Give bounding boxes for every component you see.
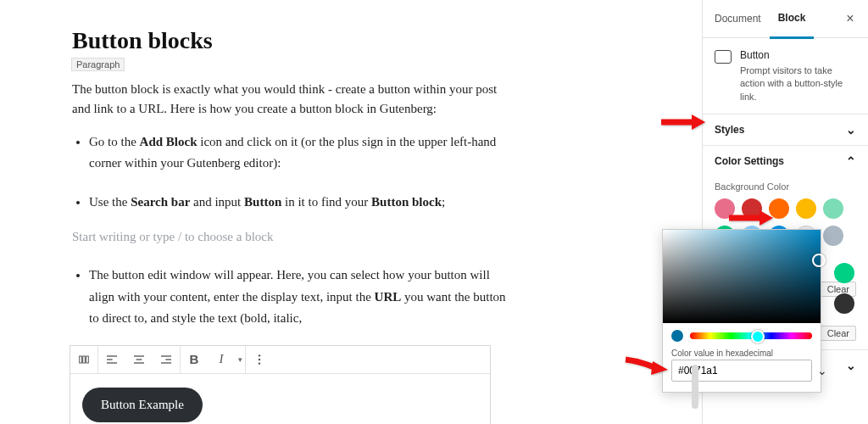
svg-point-14 [259, 362, 260, 364]
steps-list-1[interactable]: Go to the Add Block icon and click on it… [89, 131, 513, 214]
tab-block[interactable]: Block [770, 0, 815, 39]
color-swatch[interactable] [823, 198, 843, 219]
align-left-icon[interactable] [98, 346, 125, 373]
color-swatch[interactable] [834, 263, 854, 283]
color-swatch[interactable] [834, 293, 854, 314]
block-summary: Prompt visitors to take action with a bu… [740, 64, 856, 103]
block-toolbar: B I ▾ [70, 346, 490, 374]
button-block-icon [715, 50, 732, 64]
svg-point-12 [259, 354, 260, 356]
block-name: Button [740, 48, 856, 63]
color-swatch[interactable] [823, 226, 843, 246]
annotation-arrow [659, 112, 707, 132]
chevron-up-icon: ⌃ [846, 154, 856, 168]
intro-paragraph[interactable]: The button block is exactly what you wou… [72, 80, 513, 120]
list-item[interactable]: The button edit window will appear. Here… [89, 265, 513, 330]
saturation-field[interactable] [663, 230, 821, 323]
button-preview[interactable]: Button Example [82, 388, 203, 422]
editor-canvas: Button blocks Paragraph The button block… [72, 27, 513, 424]
color-swatch[interactable] [769, 198, 789, 219]
current-color-dot [671, 330, 683, 342]
svg-rect-0 [80, 356, 82, 363]
block-mover-icon[interactable] [70, 346, 97, 373]
background-color-label: Background Color [715, 181, 856, 192]
list-item[interactable]: Go to the Add Block icon and click on it… [89, 131, 513, 175]
hue-handle[interactable] [751, 330, 765, 343]
close-sidebar-icon[interactable]: × [836, 11, 865, 26]
color-swatch[interactable] [796, 198, 816, 219]
svg-rect-2 [86, 356, 89, 363]
align-center-icon[interactable] [125, 346, 153, 373]
more-rich-text-icon[interactable]: ▾ [235, 355, 245, 364]
empty-block-placeholder[interactable]: Start writing or type / to choose a bloc… [72, 230, 513, 244]
panel-styles[interactable]: Styles ⌄ [703, 114, 868, 145]
button-block-selected[interactable]: B I ▾ Button Example ↵ [70, 345, 491, 425]
align-right-icon[interactable] [153, 346, 180, 373]
color-picker-popover: Color value in hexadecimal ⌄ [662, 229, 821, 393]
page-title: Button blocks [72, 27, 513, 54]
chevron-down-icon: ⌄ [846, 123, 856, 137]
italic-icon[interactable]: I [208, 346, 235, 373]
expand-picker-icon[interactable]: ⌄ [817, 364, 827, 377]
more-options-icon[interactable] [246, 346, 273, 373]
clear-button-2[interactable]: Clear [821, 326, 856, 341]
scrollbar[interactable] [692, 365, 698, 409]
list-item[interactable]: Use the Search bar and input Button in i… [89, 192, 513, 214]
chevron-down-icon: ⌄ [846, 359, 856, 372]
svg-rect-1 [83, 356, 86, 363]
panel-color-settings[interactable]: Color Settings ⌃ [703, 145, 868, 176]
text-color-swatches-partial [834, 263, 854, 314]
color-swatch[interactable] [742, 198, 762, 219]
block-description: Button Prompt visitors to take action wi… [703, 38, 868, 114]
hex-label: Color value in hexadecimal [663, 342, 821, 360]
svg-point-13 [259, 358, 260, 360]
block-type-label: Paragraph [71, 58, 125, 71]
saturation-handle[interactable] [812, 254, 826, 267]
color-swatch[interactable] [715, 198, 735, 219]
steps-list-2[interactable]: The button edit window will appear. Here… [89, 265, 513, 330]
hue-slider[interactable] [690, 332, 812, 339]
tab-document[interactable]: Document [706, 0, 770, 37]
bold-icon[interactable]: B [181, 346, 208, 373]
